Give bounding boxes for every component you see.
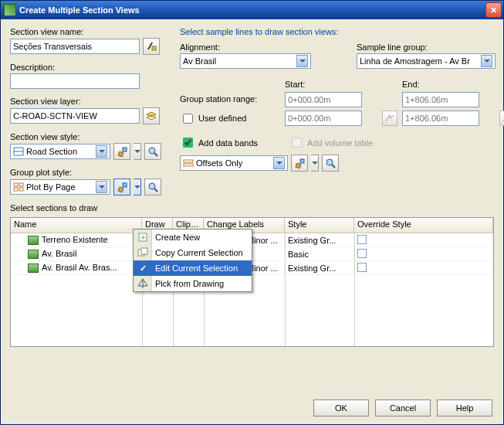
name-template-button[interactable] xyxy=(143,38,160,55)
menu-label: Copy Current Selection xyxy=(155,248,243,257)
svg-rect-15 xyxy=(184,160,193,162)
menu-item[interactable]: Copy Current Selection xyxy=(134,245,252,260)
svg-line-7 xyxy=(154,153,157,156)
sample-lines-heading: Select sample lines to draw section view… xyxy=(180,27,504,36)
section-view-name-label: Section view name: xyxy=(10,27,161,36)
description-input[interactable] xyxy=(10,73,140,89)
row-override[interactable] xyxy=(354,234,493,246)
svg-rect-17 xyxy=(300,159,304,163)
user-defined-label: User defined xyxy=(198,114,246,123)
override-checkbox[interactable] xyxy=(357,249,367,258)
row-override[interactable] xyxy=(354,248,493,260)
style-edit-button[interactable] xyxy=(113,143,130,160)
menu-label: Create New xyxy=(155,233,200,242)
start-label: Start: xyxy=(285,80,377,89)
menu-icon xyxy=(137,246,149,259)
row-style[interactable]: Existing Gr... xyxy=(285,263,354,274)
surface-icon xyxy=(28,264,39,273)
bands-text: Offsets Only xyxy=(196,158,272,168)
override-checkbox[interactable] xyxy=(357,235,367,244)
menu-icon: + xyxy=(137,231,149,243)
station-range-label: Group station range: xyxy=(180,94,280,104)
style-label: Section view style: xyxy=(10,132,161,141)
ud-start-input xyxy=(285,110,362,126)
group-plot-edit-dropdown[interactable] xyxy=(134,178,141,196)
menu-icon: ✓ xyxy=(137,262,149,274)
menu-item[interactable]: +Create New xyxy=(134,230,252,245)
dialog-buttons: OK Cancel Help xyxy=(313,400,492,416)
layer-input[interactable] xyxy=(10,108,140,124)
end-label: End: xyxy=(402,80,495,89)
section-view-name-input[interactable] xyxy=(10,39,140,54)
group-plot-edit-button[interactable] xyxy=(113,178,130,196)
bands-edit-button[interactable] xyxy=(291,155,308,172)
row-style[interactable]: Basic xyxy=(285,249,354,260)
svg-rect-23 xyxy=(141,248,147,254)
svg-line-14 xyxy=(154,189,157,192)
add-bands-label: Add data bands xyxy=(198,138,258,148)
add-volume-checkbox xyxy=(292,138,302,148)
menu-item[interactable]: ✓Edit Current Selection xyxy=(134,260,252,276)
sample-group-label: Sample line group: xyxy=(357,42,504,52)
add-volume-label: Add volume table xyxy=(307,138,373,148)
menu-item[interactable]: Pick from Drawing xyxy=(134,276,252,291)
description-label: Description: xyxy=(10,63,161,72)
menu-icon xyxy=(137,277,149,290)
bands-preview-button[interactable] xyxy=(322,155,339,172)
layer-label: Section view layer: xyxy=(10,97,161,106)
chevron-down-icon xyxy=(96,145,107,158)
sample-group-text: Linha de Amostragem - Av Br xyxy=(360,56,479,66)
row-name: Av. Brasil xyxy=(42,249,76,258)
add-bands-checkbox[interactable] xyxy=(183,138,193,148)
svg-rect-8 xyxy=(14,183,18,186)
pick-start-button xyxy=(382,110,397,126)
alignment-label: Alignment: xyxy=(180,42,338,52)
ok-button[interactable]: OK xyxy=(313,400,369,416)
titlebar[interactable]: Create Multiple Section Views ✕ xyxy=(1,1,503,19)
surface-icon xyxy=(28,236,39,245)
col-override[interactable]: Override Style xyxy=(354,218,493,233)
layer-picker-button[interactable] xyxy=(143,107,160,124)
override-checkbox[interactable] xyxy=(357,263,367,272)
end-readonly xyxy=(402,92,479,107)
alignment-text: Av Brasil xyxy=(183,56,295,66)
bands-combo[interactable]: Offsets Only xyxy=(180,155,288,171)
title-text: Create Multiple Section Views xyxy=(19,5,140,15)
col-style[interactable]: Style xyxy=(285,218,354,233)
chevron-down-icon xyxy=(96,181,107,193)
user-defined-checkbox[interactable] xyxy=(183,114,193,124)
dialog-window: Create Multiple Section Views ✕ Section … xyxy=(0,0,504,425)
close-button[interactable]: ✕ xyxy=(485,2,502,18)
alignment-combo[interactable]: Av Brasil xyxy=(180,53,311,69)
menu-label: Pick from Drawing xyxy=(155,279,224,288)
svg-rect-5 xyxy=(123,148,127,151)
start-readonly xyxy=(285,92,362,107)
style-edit-dropdown[interactable] xyxy=(134,143,141,160)
sample-group-combo[interactable]: Linha de Amostragem - Av Br xyxy=(357,53,496,69)
row-name: Terreno Existente xyxy=(42,235,108,244)
pick-end-button xyxy=(499,110,504,126)
svg-point-13 xyxy=(149,183,155,189)
menu-label: Edit Current Selection xyxy=(155,264,238,273)
ud-end-input xyxy=(402,110,479,126)
style-preview-button[interactable] xyxy=(144,143,161,160)
svg-rect-11 xyxy=(19,188,23,191)
svg-point-18 xyxy=(326,159,333,165)
svg-marker-2 xyxy=(147,115,156,120)
group-plot-preview-button[interactable] xyxy=(144,178,161,196)
svg-line-19 xyxy=(332,165,335,168)
svg-rect-12 xyxy=(123,183,127,187)
left-pane: Section view name: Description: Section … xyxy=(10,27,161,214)
help-button[interactable]: Help xyxy=(437,400,492,416)
style-context-menu[interactable]: +Create NewCopy Current Selection✓Edit C… xyxy=(133,229,252,292)
svg-rect-10 xyxy=(14,188,18,191)
bands-edit-dropdown[interactable] xyxy=(311,155,319,172)
row-style[interactable]: Existing Gr... xyxy=(285,235,354,246)
chevron-down-icon xyxy=(296,55,308,67)
group-plot-combo[interactable]: Plot By Page xyxy=(10,179,110,195)
chevron-down-icon xyxy=(481,55,492,67)
cancel-button[interactable]: Cancel xyxy=(375,400,431,416)
row-override[interactable] xyxy=(354,262,493,274)
col-name[interactable]: Name xyxy=(11,218,142,233)
style-combo[interactable]: Road Section xyxy=(10,144,110,159)
